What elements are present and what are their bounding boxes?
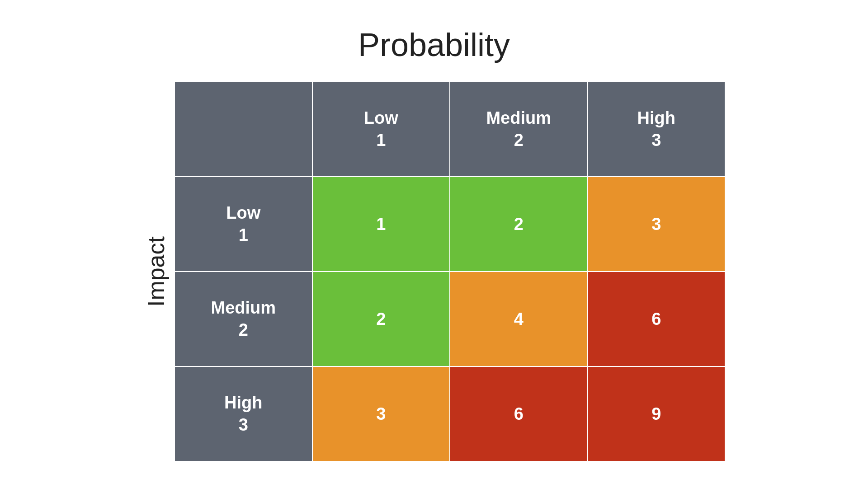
header-row-1: Medium2 <box>175 272 312 366</box>
header-row-2: High3 <box>175 366 312 461</box>
risk-matrix: Low1Medium2High3Low1123Medium2246High336… <box>174 81 726 462</box>
cell-r0-c0: 1 <box>312 177 450 272</box>
matrix-wrapper: Impact Low1Medium2High3Low1123Medium2246… <box>142 81 726 462</box>
page-title: Probability <box>358 26 510 63</box>
y-axis-label: Impact <box>142 236 170 307</box>
table-row: Low1123 <box>175 177 725 272</box>
table-row: Medium2246 <box>175 272 725 366</box>
cell-corner <box>175 82 312 177</box>
header-col-2: Medium2 <box>450 82 588 177</box>
cell-r0-c2: 3 <box>588 177 725 272</box>
cell-r2-c1: 6 <box>450 366 588 461</box>
cell-r1-c2: 6 <box>588 272 725 366</box>
header-row-0: Low1 <box>175 177 312 272</box>
cell-r1-c1: 4 <box>450 272 588 366</box>
cell-r0-c1: 2 <box>450 177 588 272</box>
table-row: High3369 <box>175 366 725 461</box>
header-col-3: High3 <box>588 82 725 177</box>
cell-r1-c0: 2 <box>312 272 450 366</box>
cell-r2-c2: 9 <box>588 366 725 461</box>
cell-r2-c0: 3 <box>312 366 450 461</box>
header-col-1: Low1 <box>312 82 450 177</box>
